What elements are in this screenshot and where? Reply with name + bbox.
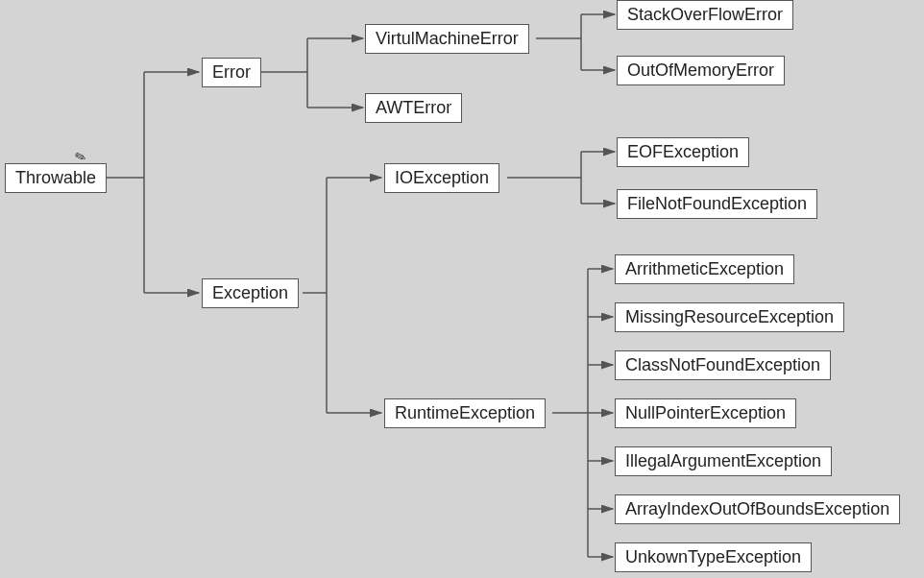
- node-file-not-found-exception: FileNotFoundException: [617, 189, 817, 219]
- node-arithmetic-exception: ArrithmeticException: [615, 254, 794, 284]
- node-illegal-argument-exception: IllegalArgumentException: [615, 446, 832, 476]
- node-error: Error: [202, 58, 261, 87]
- node-missing-resource-exception: MissingResourceException: [615, 302, 844, 332]
- node-io-exception: IOException: [384, 163, 499, 193]
- node-throwable: Throwable: [5, 163, 107, 193]
- node-awt-error: AWTError: [365, 93, 462, 123]
- node-unknown-type-exception: UnkownTypeException: [615, 542, 812, 572]
- connector-lines: [0, 0, 924, 578]
- node-runtime-exception: RuntimeException: [384, 398, 546, 428]
- node-virtual-machine-error: VirtulMachineError: [365, 24, 529, 54]
- node-null-pointer-exception: NullPointerException: [615, 398, 796, 428]
- node-class-not-found-exception: ClassNotFoundException: [615, 350, 831, 380]
- node-array-index-out-of-bounds-exception: ArrayIndexOutOfBoundsException: [615, 494, 900, 524]
- node-eof-exception: EOFException: [617, 137, 749, 167]
- node-out-of-memory-error: OutOfMemoryError: [617, 56, 785, 85]
- node-exception: Exception: [202, 278, 299, 308]
- node-stack-overflow-error: StackOverFlowError: [617, 0, 793, 30]
